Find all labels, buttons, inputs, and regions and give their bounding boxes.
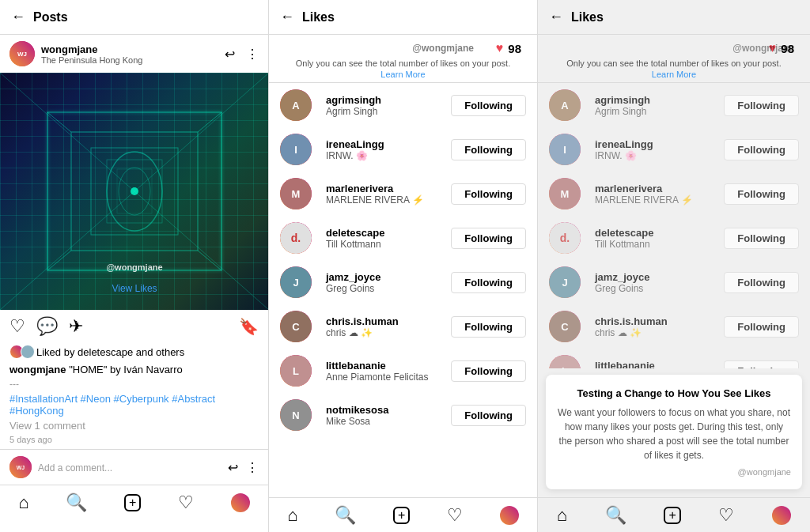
post-comment-placeholder[interactable]: Add a comment... (38, 462, 112, 474)
following-button[interactable]: Following (451, 183, 526, 205)
nav-search[interactable]: 🔍 (66, 492, 87, 513)
learn-more-link[interactable]: Learn More (280, 70, 526, 79)
following-button[interactable]: Following (724, 139, 799, 160)
like-user-info: agrimsinghAgrim Singh (595, 94, 716, 117)
like-username[interactable]: jamz_joyce (595, 271, 716, 283)
like-user-info: jamz_joyceGreg Goins (595, 271, 716, 294)
like-username[interactable]: littlebananie (595, 360, 716, 369)
like-username[interactable]: ireneaLingg (595, 138, 716, 150)
post-username[interactable]: wongmjane (41, 43, 225, 55)
bottom-nav-2: ⌂ 🔍 + ♡ (269, 497, 537, 532)
like-user-avatar[interactable]: J (549, 266, 581, 298)
like-user-avatar[interactable]: M (280, 178, 312, 209)
nav-heart[interactable]: ♡ (178, 492, 194, 513)
like-user-avatar[interactable]: d. (280, 222, 312, 254)
following-button[interactable]: Following (451, 360, 526, 382)
like-user-avatar[interactable]: A (549, 89, 581, 121)
caption-username[interactable]: wongmjane (9, 364, 66, 375)
svg-line-9 (47, 112, 71, 132)
like-item: Jjamz_joyceGreg GoinsFollowing (269, 260, 537, 304)
popup-watermark: @wongmjane (557, 467, 791, 477)
following-button[interactable]: Following (451, 272, 526, 293)
following-button[interactable]: Following (724, 316, 799, 338)
like-user-avatar[interactable]: L (280, 355, 312, 387)
like-username[interactable]: jamz_joyce (326, 271, 443, 283)
like-item: MmarleneriveraMARLENE RIVERA ⚡Following (538, 172, 810, 216)
nav2-heart[interactable]: ♡ (447, 505, 463, 526)
more-icon[interactable]: ⋮ (246, 47, 259, 62)
following-button[interactable]: Following (724, 272, 799, 293)
like-user-avatar[interactable]: N (280, 399, 312, 431)
like-user-avatar[interactable]: M (549, 178, 581, 209)
reply-icon[interactable]: ↩ (225, 47, 235, 62)
post-user-avatar[interactable]: WJ (9, 41, 35, 66)
like-user-avatar[interactable]: L (549, 355, 581, 368)
following-button[interactable]: Following (724, 183, 799, 205)
like-username[interactable]: deletescape (595, 227, 716, 239)
like-user-info: jamz_joyceGreg Goins (326, 271, 443, 294)
like-username[interactable]: marlenerivera (326, 183, 443, 194)
following-button[interactable]: Following (451, 316, 526, 338)
svg-line-10 (198, 112, 221, 132)
likes-list: AagrimsinghAgrim SinghFollowingIireneaLi… (269, 83, 537, 497)
like-display-name: Mike Sosa (326, 416, 443, 427)
reply-bottom-icon[interactable]: ↩ (228, 460, 238, 475)
nav3-profile[interactable] (772, 506, 791, 525)
following-button[interactable]: Following (724, 228, 799, 249)
following-button[interactable]: Following (451, 95, 526, 116)
back-icon[interactable]: ← (11, 9, 25, 25)
comment-action-icon[interactable]: 💬 (36, 316, 58, 337)
nav-profile[interactable] (231, 493, 250, 512)
nav3-home[interactable]: ⌂ (557, 505, 567, 526)
like-username[interactable]: marlenerivera (595, 183, 716, 194)
nav3-search[interactable]: 🔍 (605, 505, 626, 526)
view-likes-link[interactable]: View Likes (112, 283, 157, 294)
like-user-avatar[interactable]: A (280, 89, 312, 121)
like-user-avatar[interactable]: J (280, 266, 312, 298)
following-button[interactable]: Following (451, 139, 526, 160)
likes-panel: ← Likes ♥ 98 Only you can see the total … (269, 0, 538, 532)
nav2-profile[interactable] (500, 506, 519, 525)
likes-count-row: ♥ 98 (280, 41, 526, 55)
nav2-search[interactable]: 🔍 (335, 505, 356, 526)
likes-back-icon-3[interactable]: ← (549, 9, 563, 25)
post-header-icons: ↩ ⋮ (225, 47, 259, 62)
learn-more-link-3[interactable]: Learn More (549, 70, 799, 79)
following-button[interactable]: Following (724, 95, 799, 116)
following-button[interactable]: Following (451, 228, 526, 249)
like-username[interactable]: notmikesosa (326, 404, 443, 416)
like-display-name: Greg Goins (595, 283, 716, 294)
like-user-avatar[interactable]: C (280, 311, 312, 342)
like-username[interactable]: chris.is.human (326, 315, 443, 327)
like-display-name: Agrim Singh (595, 106, 716, 117)
nav3-heart[interactable]: ♡ (718, 505, 734, 526)
nav-add[interactable]: + (124, 494, 141, 511)
like-user-avatar[interactable]: I (549, 134, 581, 165)
more-bottom-icon[interactable]: ⋮ (246, 460, 259, 475)
likes-back-icon[interactable]: ← (280, 9, 294, 25)
post-hashtags[interactable]: #InstallationArt #Neon #Cyberpunk #Abstr… (0, 391, 268, 418)
nav2-add[interactable]: + (393, 507, 410, 524)
like-user-info: notmikesosaMike Sosa (326, 404, 443, 427)
like-username[interactable]: agrimsingh (595, 94, 716, 106)
bookmark-icon[interactable]: 🔖 (239, 317, 259, 336)
following-button[interactable]: Following (451, 405, 526, 426)
nav2-home[interactable]: ⌂ (287, 505, 297, 526)
like-user-avatar[interactable]: C (549, 311, 581, 342)
like-item: Cchris.is.humanchris ☁ ✨Following (538, 304, 810, 349)
share-action-icon[interactable]: ✈ (69, 316, 83, 337)
like-username[interactable]: chris.is.human (595, 315, 716, 327)
post-comments[interactable]: View 1 comment (0, 418, 268, 433)
like-username[interactable]: deletescape (326, 227, 443, 239)
like-user-avatar[interactable]: d. (549, 222, 581, 254)
following-button[interactable]: Following (724, 360, 799, 369)
like-username[interactable]: agrimsingh (326, 94, 443, 106)
like-display-name: Anne Piamonte Felicitas (326, 372, 443, 383)
nav-home[interactable]: ⌂ (18, 492, 28, 513)
like-action-icon[interactable]: ♡ (9, 316, 25, 337)
like-item: LlittlebananieAnne Piamonte FelicitasFol… (269, 349, 537, 393)
like-user-avatar[interactable]: I (280, 134, 312, 165)
like-username[interactable]: littlebananie (326, 360, 443, 372)
like-username[interactable]: ireneaLingg (326, 138, 443, 150)
nav3-add[interactable]: + (664, 507, 680, 524)
